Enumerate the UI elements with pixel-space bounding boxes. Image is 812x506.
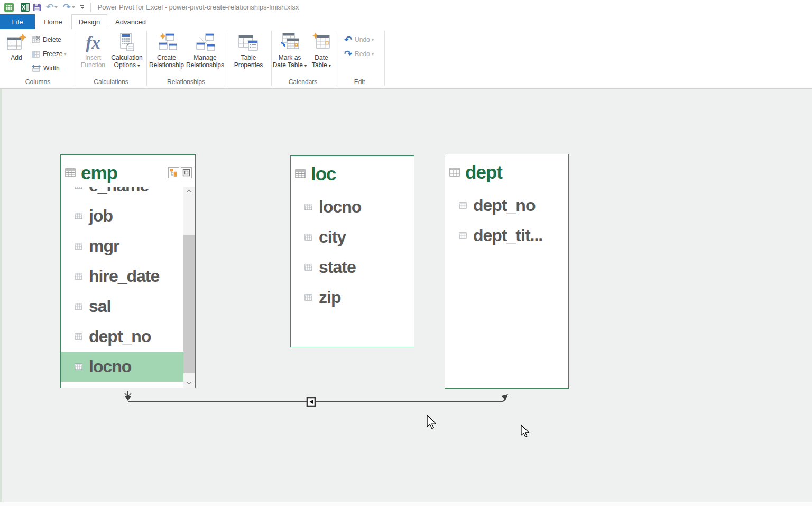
table-properties-button[interactable]: TableProperties: [232, 31, 265, 69]
redo-button[interactable]: ↷ Redo ▾: [344, 48, 374, 60]
relationship-line[interactable]: [125, 391, 508, 406]
field-label: state: [319, 257, 356, 277]
table-dept[interactable]: dept dept_no dept_tit...: [445, 154, 569, 389]
ribbon-group-calendars: Mark as Date Table▾ Date Table▾ Calendar…: [271, 29, 335, 88]
table-emp-header[interactable]: emp: [61, 155, 195, 187]
create-hierarchy-button[interactable]: [168, 167, 179, 178]
field-row-sal[interactable]: sal: [61, 291, 183, 321]
relationships-group-caption: Relationships: [146, 78, 226, 86]
mark-as-date-table-dropdown-icon: ▾: [304, 63, 307, 68]
mouse-cursor: [427, 415, 436, 429]
field-label: dept_tit...: [473, 226, 542, 245]
add-column-button[interactable]: Add: [3, 31, 30, 61]
date-table-label: Date Table▾: [312, 54, 331, 69]
column-icon: [304, 293, 313, 301]
manage-relationships-icon: [194, 31, 216, 52]
table-properties-label: TableProperties: [234, 54, 263, 69]
insert-function-icon: fx: [86, 31, 100, 52]
save-icon[interactable]: [32, 2, 42, 13]
manage-relationships-button[interactable]: ManageRelationships: [186, 31, 225, 69]
field-row-job[interactable]: job: [61, 201, 183, 231]
qat-customize-icon[interactable]: [80, 5, 85, 10]
qat-redo-dropdown-icon[interactable]: [72, 6, 75, 8]
tab-design[interactable]: Design: [71, 14, 107, 29]
freeze-column-button[interactable]: Freeze ▾: [32, 48, 67, 60]
ribbon-group-columns: Add Delete Freeze ▾ Width Columns: [0, 29, 76, 88]
table-emp-scrollbar[interactable]: [183, 187, 195, 388]
qat-separator: [17, 3, 17, 12]
field-row-dept_no[interactable]: dept_no: [446, 190, 568, 220]
date-table-button[interactable]: Date Table▾: [309, 31, 334, 69]
edit-group-caption: Edit: [335, 78, 384, 86]
diagram-view[interactable]: emp e_name job: [0, 89, 812, 506]
ribbon-group-calculations: fx InsertFunction Calculation Options▾ C…: [76, 29, 146, 88]
field-row-zip[interactable]: zip: [291, 282, 413, 312]
table-emp[interactable]: emp e_name job: [60, 154, 196, 388]
mark-as-date-table-button[interactable]: Mark as Date Table▾: [272, 31, 307, 69]
table-loc[interactable]: loc locno city state zip: [290, 155, 414, 347]
table-dept-header[interactable]: dept: [445, 154, 568, 186]
field-label: dept_no: [89, 327, 151, 346]
scrollbar-thumb[interactable]: [183, 235, 195, 373]
tab-home[interactable]: Home: [35, 14, 71, 29]
field-row-mgr[interactable]: mgr: [61, 231, 183, 261]
powerpivot-window: ↶ ↷ Power Pivot for Excel - power-pivot-…: [0, 0, 812, 506]
column-icon: [459, 201, 467, 209]
undo-label: Undo: [355, 36, 370, 43]
delete-column-icon: [32, 36, 40, 44]
redo-dropdown-icon[interactable]: ▾: [372, 51, 374, 57]
date-table-dropdown-icon: ▾: [329, 63, 331, 68]
insert-function-label: InsertFunction: [81, 54, 105, 69]
ribbon-group-relationships: CreateRelationship ManageRelationships R…: [146, 29, 226, 88]
tab-file[interactable]: File: [0, 14, 35, 29]
redo-label: Redo: [355, 50, 370, 58]
powerpivot-logo-icon: [4, 2, 14, 13]
field-row-e_name[interactable]: e_name: [61, 187, 183, 201]
excel-icon[interactable]: [20, 2, 30, 13]
field-row-dept_no[interactable]: dept_no: [61, 321, 183, 352]
undo-dropdown-icon[interactable]: ▾: [372, 37, 374, 42]
field-row-state[interactable]: state: [291, 252, 413, 282]
table-loc-header[interactable]: loc: [291, 156, 414, 188]
ribbon-group-properties: TableProperties: [226, 29, 271, 88]
calculation-options-icon: [118, 31, 136, 52]
relationship-midpoint-handle[interactable]: [307, 398, 315, 406]
create-relationship-icon: [155, 31, 178, 52]
delete-column-button[interactable]: Delete: [32, 34, 61, 45]
column-icon: [75, 212, 83, 220]
scroll-up-icon[interactable]: [183, 187, 195, 196]
column-icon: [75, 242, 83, 250]
column-icon: [75, 333, 83, 341]
column-width-button[interactable]: Width: [32, 62, 60, 74]
table-name: emp: [81, 162, 117, 183]
field-label: locno: [89, 357, 131, 376]
create-relationship-label: CreateRelationship: [149, 54, 184, 69]
qat-undo-dropdown-icon[interactable]: [54, 6, 58, 8]
column-width-icon: [32, 65, 41, 72]
mark-as-date-table-label: Mark as Date Table▾: [273, 54, 307, 69]
qat-redo-icon[interactable]: ↷: [63, 2, 70, 13]
create-relationship-button[interactable]: CreateRelationship: [147, 31, 186, 69]
manage-relationships-label: ManageRelationships: [186, 54, 224, 69]
maximize-table-button[interactable]: [181, 167, 192, 178]
table-name: dept: [465, 162, 502, 183]
qat-undo-icon[interactable]: ↶: [46, 2, 53, 13]
field-row-locno[interactable]: locno: [291, 192, 413, 222]
calculation-options-button[interactable]: Calculation Options▾: [109, 31, 145, 69]
maximize-icon: [182, 169, 190, 177]
table-icon: [449, 167, 460, 178]
table-emp-fields: e_name job mgr hire_date sal: [61, 187, 195, 388]
undo-button[interactable]: ↶ Undo ▾: [344, 34, 374, 45]
field-row-dept_title[interactable]: dept_tit...: [446, 220, 568, 251]
field-row-city[interactable]: city: [291, 222, 413, 252]
field-label: dept_no: [473, 196, 535, 215]
field-row-locno-selected[interactable]: locno: [61, 352, 183, 382]
scroll-down-icon[interactable]: [183, 379, 195, 388]
insert-function-button[interactable]: fx InsertFunction: [78, 31, 108, 69]
field-row-hire_date[interactable]: hire_date: [61, 261, 183, 291]
freeze-dropdown-icon[interactable]: ▾: [64, 51, 67, 57]
calculations-group-caption: Calculations: [76, 78, 146, 86]
freeze-column-label: Freeze: [43, 50, 62, 58]
table-dept-fields: dept_no dept_tit...: [446, 186, 568, 388]
tab-advanced[interactable]: Advanced: [107, 14, 154, 29]
